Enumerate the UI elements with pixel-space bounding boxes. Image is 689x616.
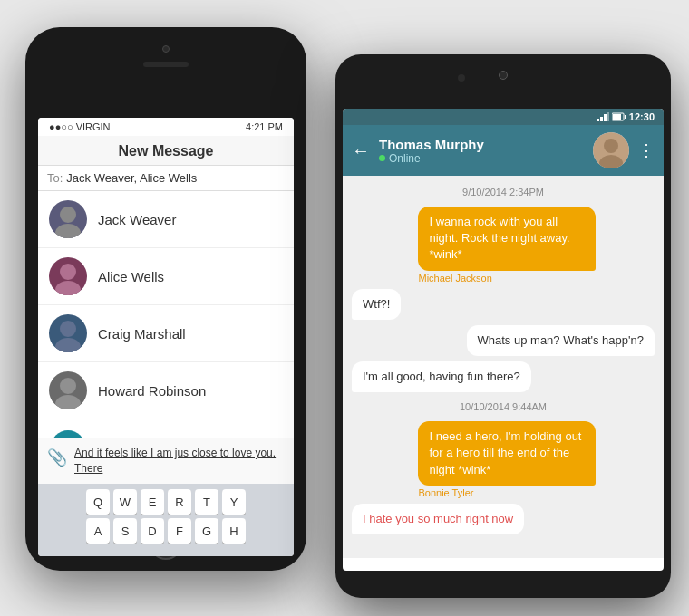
battery-icon bbox=[612, 112, 626, 121]
key-g[interactable]: G bbox=[195, 518, 218, 544]
contact-item-alice[interactable]: Alice Wells bbox=[38, 248, 294, 305]
android-avatar bbox=[593, 132, 629, 168]
contact-name-howard: Howard Robinson bbox=[98, 383, 206, 399]
android-status-bar: 12:30 bbox=[343, 109, 664, 125]
online-dot bbox=[379, 155, 385, 161]
msg-bubble-5: I need a hero, I'm holding out for a her… bbox=[418, 421, 595, 486]
compose-text: And it feels like I am jus close to love… bbox=[74, 446, 285, 476]
key-s[interactable]: S bbox=[113, 518, 137, 544]
key-e[interactable]: E bbox=[141, 489, 164, 515]
contact-name-jack: Jack Weaver bbox=[98, 212, 176, 227]
to-value: Jack Weaver, Alice Wells bbox=[66, 171, 197, 185]
android-contact-name: Thomas Murphy bbox=[379, 137, 584, 152]
android-camera bbox=[499, 71, 508, 80]
android-status-icons: 12:30 bbox=[597, 111, 655, 122]
android-time: 12:30 bbox=[629, 111, 655, 122]
back-button[interactable]: ← bbox=[352, 140, 370, 161]
key-w[interactable]: W bbox=[113, 489, 137, 515]
nav-title-text: New Message bbox=[119, 143, 214, 159]
compose-area[interactable]: 📎 And it feels like I am jus close to lo… bbox=[38, 438, 294, 484]
msg-bubble-4: I'm all good, having fun there? bbox=[352, 361, 531, 392]
msg-sender-5: Bonnie Tyler bbox=[418, 487, 655, 498]
msg-5: I need a hero, I'm holding out for a her… bbox=[418, 421, 655, 498]
svg-rect-13 bbox=[604, 114, 607, 121]
contact-info: Thomas Murphy Online bbox=[379, 137, 584, 165]
iphone-camera bbox=[162, 45, 170, 53]
msg-bubble-1: I wanna rock with you all night. Rock th… bbox=[418, 207, 595, 271]
android-screen: 12:30 ← Thomas Murphy Online ⋮ 9/10/2014… bbox=[343, 109, 664, 571]
iphone-nav-title: New Message bbox=[38, 136, 294, 166]
avatar-alice bbox=[49, 257, 87, 295]
android-contact-status: Online bbox=[379, 152, 584, 165]
msg-bubble-2: Wtf?! bbox=[352, 289, 401, 320]
key-r[interactable]: R bbox=[168, 489, 191, 515]
key-a[interactable]: A bbox=[86, 518, 110, 544]
svg-point-4 bbox=[60, 321, 76, 337]
key-t[interactable]: T bbox=[195, 489, 218, 515]
svg-point-5 bbox=[55, 338, 81, 352]
attachment-icon[interactable]: 📎 bbox=[47, 446, 67, 467]
contact-item-craig[interactable]: Craig Marshall bbox=[38, 305, 294, 362]
menu-icon[interactable]: ⋮ bbox=[638, 140, 655, 160]
svg-rect-12 bbox=[600, 117, 603, 121]
svg-rect-11 bbox=[597, 119, 599, 121]
avatar-jack bbox=[49, 200, 87, 238]
contact-list: Jack Weaver Alice Wells Craig Marshall H… bbox=[38, 191, 294, 476]
chat-date-2: 10/10/2014 9:44AM bbox=[352, 401, 655, 412]
contact-item-howard[interactable]: Howard Robinson bbox=[38, 362, 294, 419]
android-device: 12:30 ← Thomas Murphy Online ⋮ 9/10/2014… bbox=[335, 54, 671, 598]
iphone-carrier: ●●○○ VIRGIN bbox=[49, 121, 111, 132]
iphone-to-bar[interactable]: To: Jack Weaver, Alice Wells bbox=[38, 166, 294, 191]
iphone-status-bar: ●●○○ VIRGIN 4:21 PM bbox=[38, 118, 294, 136]
svg-point-1 bbox=[55, 224, 81, 238]
avatar-craig bbox=[49, 314, 87, 352]
to-label: To: bbox=[47, 171, 63, 185]
msg-1: I wanna rock with you all night. Rock th… bbox=[418, 207, 655, 284]
key-d[interactable]: D bbox=[141, 518, 164, 544]
iphone-screen: ●●○○ VIRGIN 4:21 PM New Message To: Jack… bbox=[38, 118, 294, 556]
msg-sender-1: Michael Jackson bbox=[418, 273, 655, 284]
android-speaker bbox=[458, 74, 465, 82]
svg-point-3 bbox=[55, 281, 81, 295]
chat-area: 9/10/2014 2:34PM I wanna rock with you a… bbox=[343, 176, 664, 558]
svg-rect-17 bbox=[625, 115, 626, 119]
keyboard[interactable]: Q W E R T Y A S D F G H bbox=[38, 484, 294, 556]
svg-rect-14 bbox=[607, 112, 609, 121]
svg-rect-16 bbox=[613, 114, 621, 120]
contact-name-alice: Alice Wells bbox=[98, 269, 164, 284]
svg-point-6 bbox=[60, 378, 76, 394]
contact-item-jack[interactable]: Jack Weaver bbox=[38, 191, 294, 248]
android-header: ← Thomas Murphy Online ⋮ bbox=[343, 125, 664, 176]
key-y[interactable]: Y bbox=[222, 489, 246, 515]
signal-icon bbox=[597, 112, 609, 121]
key-q[interactable]: Q bbox=[86, 489, 110, 515]
iphone-time: 4:21 PM bbox=[246, 121, 283, 132]
keyboard-row-1: Q W E R T Y bbox=[42, 489, 290, 515]
contact-name-craig: Craig Marshall bbox=[98, 326, 186, 342]
svg-point-0 bbox=[60, 207, 76, 223]
iphone-speaker bbox=[143, 62, 189, 67]
keyboard-row-2: A S D F G H bbox=[42, 518, 290, 544]
iphone-device: ●●○○ VIRGIN 4:21 PM New Message To: Jack… bbox=[25, 27, 306, 571]
status-text: Online bbox=[389, 152, 421, 165]
svg-point-19 bbox=[604, 139, 618, 153]
msg-bubble-6: I hate you so much right now bbox=[352, 504, 524, 534]
key-h[interactable]: H bbox=[222, 518, 246, 544]
svg-point-7 bbox=[55, 395, 81, 409]
key-f[interactable]: F bbox=[168, 518, 191, 544]
svg-point-2 bbox=[60, 264, 76, 280]
chat-date-1: 9/10/2014 2:34PM bbox=[352, 187, 655, 197]
msg-bubble-3: Whats up man? What's happ'n? bbox=[467, 325, 655, 356]
avatar-howard bbox=[49, 371, 87, 409]
